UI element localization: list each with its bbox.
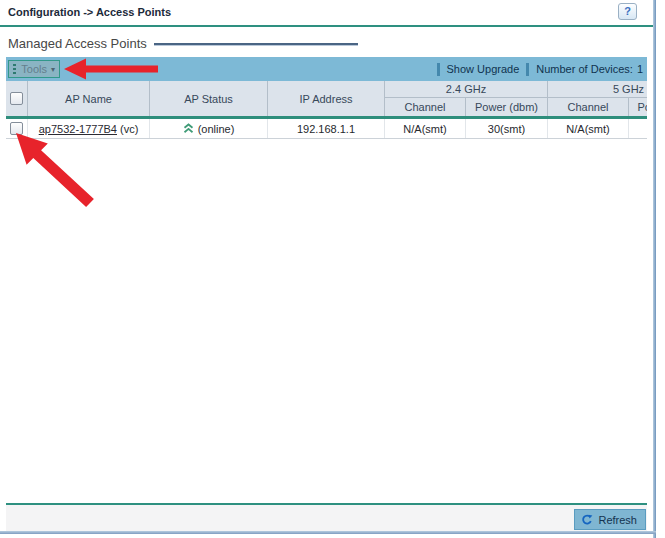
ip-address-cell: 192.168.1.1 bbox=[268, 119, 385, 138]
help-icon[interactable]: ? bbox=[618, 3, 637, 20]
chevron-down-icon: ▾ bbox=[51, 65, 55, 74]
section-heading: Managed Access Points bbox=[8, 36, 358, 51]
managed-ap-panel: Tools ▾ Show Upgrade Number of Devices: … bbox=[6, 57, 647, 531]
tools-button-label: Tools bbox=[21, 63, 47, 75]
section-rule bbox=[154, 43, 358, 45]
refresh-button-label: Refresh bbox=[598, 514, 637, 526]
row-checkbox[interactable] bbox=[10, 122, 23, 135]
panel-bottom-border bbox=[0, 531, 656, 534]
select-all-header-cell bbox=[6, 81, 28, 116]
power-24-cell: 30(smt) bbox=[466, 119, 548, 138]
power-5-cell bbox=[629, 119, 647, 138]
table-toolbar: Tools ▾ Show Upgrade Number of Devices: … bbox=[6, 57, 647, 81]
ap-status-text: (online) bbox=[198, 123, 235, 135]
row-select-cell bbox=[6, 119, 28, 138]
ap-name-link[interactable]: ap7532-1777B4 bbox=[39, 123, 117, 135]
tools-menu-icon bbox=[13, 62, 16, 76]
ap-name-suffix: (vc) bbox=[120, 123, 138, 135]
panel-right-border bbox=[653, 0, 656, 538]
column-group-24ghz: 2.4 GHz bbox=[385, 81, 548, 98]
column-header-power-24[interactable]: Power (dbm) bbox=[466, 98, 548, 116]
column-group-5ghz: 5 GHz bbox=[548, 81, 647, 98]
show-upgrade-button[interactable]: Show Upgrade bbox=[447, 63, 520, 75]
toolbar-right: Show Upgrade Number of Devices: 1 bbox=[430, 57, 648, 81]
ap-name-cell: ap7532-1777B4 (vc) bbox=[28, 119, 150, 138]
column-header-channel-24[interactable]: Channel bbox=[385, 98, 466, 116]
toolbar-divider bbox=[437, 63, 440, 76]
device-count-label: Number of Devices: bbox=[536, 63, 633, 75]
column-header-ip-address[interactable]: IP Address bbox=[268, 81, 385, 116]
ap-status-cell: (online) bbox=[150, 119, 268, 138]
toolbar-divider bbox=[526, 63, 529, 76]
select-all-checkbox[interactable] bbox=[10, 92, 23, 105]
online-status-icon bbox=[183, 123, 194, 134]
column-header-ap-status[interactable]: AP Status bbox=[150, 81, 268, 116]
channel-24-cell: N/A(smt) bbox=[385, 119, 466, 138]
refresh-icon bbox=[581, 514, 593, 526]
titlebar: Configuration -> Access Points ? bbox=[0, 0, 653, 27]
device-count-value: 1 bbox=[637, 63, 643, 75]
breadcrumb: Configuration -> Access Points bbox=[8, 6, 171, 18]
access-points-page: Configuration -> Access Points ? Managed… bbox=[0, 0, 665, 538]
column-header-power-5[interactable]: Power (dbm) bbox=[629, 98, 647, 116]
table-row: ap7532-1777B4 (vc) (online) 192.168.1.1 … bbox=[6, 119, 647, 139]
section-title: Managed Access Points bbox=[8, 36, 147, 51]
tools-button[interactable]: Tools ▾ bbox=[8, 60, 60, 78]
table-header: AP Name AP Status IP Address 2.4 GHz 5 G… bbox=[6, 81, 647, 116]
panel-footer: Refresh bbox=[6, 505, 647, 531]
channel-5-cell: N/A(smt) bbox=[548, 119, 629, 138]
column-header-ap-name[interactable]: AP Name bbox=[28, 81, 150, 116]
refresh-button[interactable]: Refresh bbox=[574, 509, 646, 530]
column-header-channel-5[interactable]: Channel bbox=[548, 98, 629, 116]
